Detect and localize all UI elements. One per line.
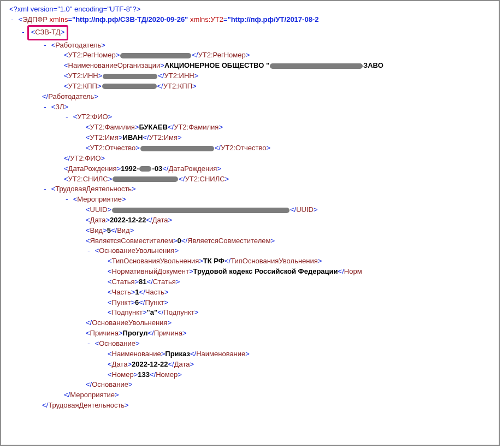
- collapse-toggle[interactable]: -: [64, 112, 70, 122]
- basis-close: </Основание>: [7, 380, 495, 390]
- work-activity-close: </ТрудоваяДеятельность>: [7, 400, 495, 411]
- part: <Часть>1</Часть>: [7, 287, 495, 298]
- dob: <ДатаРождения>1992--03</ДатаРождения>: [7, 164, 495, 174]
- root-element: - <ЭДПФР xmlns="http://пф.рф/СЗВ-ТД/2020…: [7, 15, 495, 25]
- collapse-toggle[interactable]: -: [42, 184, 48, 194]
- collapse-toggle[interactable]: -: [64, 194, 70, 205]
- zl-open: - <ЗЛ>: [7, 102, 495, 113]
- collapse-toggle[interactable]: -: [9, 15, 15, 25]
- inn: <УТ2:ИНН></УТ2:ИНН>: [7, 71, 495, 81]
- firstname: <УТ2:Имя>ИВАН</УТ2:Имя>: [7, 133, 495, 143]
- patronymic: <УТ2:Отчество></УТ2:Отчество>: [7, 143, 495, 154]
- dismissal-type: <ТипОснованияУвольнения>ТК РФ</ТипОснова…: [7, 256, 495, 267]
- fio-open: - <УТ2:ФИО>: [7, 112, 495, 122]
- collapse-toggle[interactable]: -: [42, 102, 48, 113]
- fio-close: </УТ2:ФИО>: [7, 154, 495, 164]
- surname: <УТ2:Фамилия>БУКАЕВ</УТ2:Фамилия>: [7, 122, 495, 133]
- dismissal-close: </ОснованиеУвольнения>: [7, 318, 495, 328]
- uuid: <UUID></UUID>: [7, 205, 495, 215]
- basis-open: - <Основание>: [7, 339, 495, 349]
- work-activity-open: - <ТрудоваяДеятельность>: [7, 184, 495, 194]
- collapse-toggle[interactable]: -: [20, 27, 26, 38]
- dismissal-open: - <ОснованиеУвольнения>: [7, 246, 495, 256]
- subclause: <Подпункт>"а"</Подпункт>: [7, 308, 495, 318]
- snils: <УТ2:СНИЛС></УТ2:СНИЛС>: [7, 174, 495, 185]
- basis-name: <Наименование>Приказ</Наименование>: [7, 349, 495, 359]
- collapse-toggle[interactable]: -: [86, 339, 92, 349]
- highlighted-tag: <СЗВ-ТД>: [27, 25, 69, 40]
- kpp: <УТ2:КПП></УТ2:КПП>: [7, 81, 495, 92]
- org-name: <НаименованиеОрганизации>АКЦИОНЕРНОЕ ОБЩ…: [7, 61, 495, 71]
- type: <Вид>5</Вид>: [7, 226, 495, 236]
- basis-date: <Дата>2022-12-22</Дата>: [7, 359, 495, 370]
- collapse-toggle[interactable]: -: [86, 246, 92, 256]
- article: <Статья>81</Статья>: [7, 277, 495, 287]
- parttime: <ЯвляетсяСовместителем>0</ЯвляетсяСовмес…: [7, 236, 495, 246]
- xml-viewer: <?xml version="1.0" encoding="UTF-8"?> -…: [0, 0, 500, 446]
- xml-declaration: <?xml version="1.0" encoding="UTF-8"?>: [7, 4, 495, 15]
- reg-number: <УТ2:РегНомер></УТ2:РегНомер>: [7, 50, 495, 61]
- event-close: </Мероприятие>: [7, 390, 495, 400]
- event-open: - <Мероприятие>: [7, 194, 495, 205]
- employer-open: - <Работодатель>: [7, 40, 495, 51]
- employer-close: </Работодатель>: [7, 92, 495, 102]
- szv-td-tag: - <СЗВ-ТД>: [7, 25, 495, 40]
- date: <Дата>2022-12-22</Дата>: [7, 215, 495, 226]
- collapse-toggle[interactable]: -: [42, 40, 48, 51]
- basis-number: <Номер>133</Номер>: [7, 370, 495, 380]
- reason: <Причина>Прогул</Причина>: [7, 328, 495, 339]
- clause: <Пункт>6</Пункт>: [7, 298, 495, 308]
- normative-doc: <НормативныйДокумент>Трудовой кодекс Рос…: [7, 267, 495, 277]
